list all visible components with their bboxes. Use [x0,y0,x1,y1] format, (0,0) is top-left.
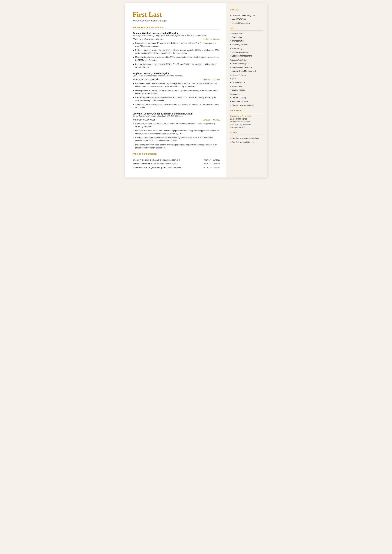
relevant-work-section: RELEVANT WORK EXPERIENCE Resume Worded, … [133,26,220,149]
skills-divider [230,30,263,31]
education-section: EDUCATION University of New York Bachelo… [230,110,263,129]
other-section: OTHER Certified Inventory Professional. … [230,132,263,144]
skill-logistics-management: Logistics Management [230,55,263,57]
job-block-2: Polyhire, London, United Kingdom NYSE-li… [133,72,220,109]
prev-job-dates-3: 07/2014 – 05/2015 [203,166,220,169]
prev-job-title-2: Material Controller, XYZ Company, New Yo… [133,162,178,165]
company-italic-2: NYSE-listed recruitment and employer bra… [133,75,220,77]
skill-oracle-reports: Oracle Reports [230,81,263,84]
skill-transportation: Transportation [230,40,263,42]
bullet-item: Introduced measures that cut inventory m… [133,82,220,88]
resume-page: First Last Warehouse Operations Manager … [125,3,267,177]
skill-crystal-reports: Crystal Reports [230,89,263,91]
job-bullets-2: Introduced measures that cut inventory m… [133,82,220,109]
skill-spanish: Spanish (Conversational) [230,104,263,107]
skill-warehouse-operations: Warehouse Operations [230,66,263,69]
skills-category-tools: Tools and Software: [230,74,263,77]
candidate-title: Warehouse Operations Manager [133,19,220,22]
bullet-item: Supervised the inventory levels, sales f… [133,103,220,109]
previous-experience-section: PREVIOUS EXPERIENCE Inventory Control Cl… [133,153,220,169]
job-bullets-3: Separated, labeled, and verified the cou… [133,122,220,149]
job-row-3: Warehouse Supervisor 06/2018 – 07/2019 [133,119,220,121]
contact-phone: +44 123456789 [230,18,263,21]
bullet-item: Increased company productivity by 79% in… [133,63,220,69]
prev-job-row-2: Material Controller, XYZ Company, New Yo… [133,162,220,165]
skill-purchasing: Purchasing [230,36,263,39]
job-block-3: Growthsi, London, United Kingdom & Barce… [133,112,220,149]
skill-ms-access: MS Access [230,85,263,88]
prev-job-row-1: Inventory Control Clerk, ABC Company, Lo… [133,159,220,161]
contact-section: CONTACT Coventry, United Kingdom +44 123… [230,9,263,24]
relevant-work-title: RELEVANT WORK EXPERIENCE [133,26,220,28]
bullet-item: Succeeded in managing 15 storage and dis… [133,42,220,48]
skill-romanian: Romanian (Native) [230,100,263,103]
contact-email: first.last@gmail.com [230,22,263,25]
edu-school: University of New York [230,115,263,117]
bullet-item: Created a process for receiving shipment… [133,96,220,102]
job-row-2: Inventory Control Specialist 08/2019 – 1… [133,78,220,81]
prev-job-title-3: Warehouse Worker (Internship), ABC, New … [133,166,182,169]
job-bullets-1: Succeeded in managing 15 storage and dis… [133,42,220,69]
company-italic-3: Career training and membership SaaS with… [133,115,220,117]
job-title-2: Inventory Control Specialist [133,78,160,81]
other-item-2: Certified Material Handler. [230,141,263,144]
edu-field: Business Administration [230,120,263,123]
bullet-item: Maintained an inventory accuracy of 88.9… [133,56,220,62]
skill-forecasting: Forecasting [230,47,263,50]
bullet-item: Identified and removed 32 non-functional… [133,129,220,135]
bullet-item: Enforced 15 safety regulations in the wa… [133,136,220,142]
skills-category-languages: Languages: [230,93,263,95]
bullet-item: Increased productivity north of 59% by g… [133,143,220,149]
edu-location: New York City, New York [230,123,263,126]
edu-dates: 10/2011 - 06/2014 [230,126,263,129]
previous-exp-title: PREVIOUS EXPERIENCE [133,153,220,155]
skills-section: SKILLS Technical Skills: Purchasing Tran… [230,27,263,107]
prev-job-title-1: Inventory Control Clerk, ABC Company, Lo… [133,159,180,161]
contact-title: CONTACT [230,9,263,11]
job-row-1: Warehouse Operations Manager 11/2021 – P… [133,38,220,40]
job-dates-2: 08/2019 – 10/2021 [203,78,220,81]
other-title: OTHER [230,132,263,133]
other-item-1: Certified Inventory Professional. [230,137,263,140]
company-italic-1: Beverage manaufactring company with 50+ … [133,35,220,37]
bullet-item: Reduced surplus inventory by establishin… [133,49,220,55]
job-dates-1: 11/2021 – Present [203,38,220,40]
skill-english: English (Native) [230,96,263,99]
job-block-1: Resume Worded, London, United Kingdom Be… [133,32,220,69]
prev-job-row-3: Warehouse Worker (Internship), ABC, New … [133,166,220,169]
contact-location: Coventry, United Kingdom [230,14,263,17]
bullet-item: Separated, labeled, and verified the cou… [133,122,220,128]
skill-supply-chain: Supply Chain Management [230,70,263,73]
prev-job-dates-2: 06/2016 – 05/2017 [203,162,220,165]
education-title: EDUCATION [230,110,263,112]
skills-category-industry: Industry Knowledge: [230,59,263,61]
sidebar-column: CONTACT Coventry, United Kingdom +44 123… [226,3,267,177]
skill-distribution-logistics: Distribution Logistics [230,62,263,65]
candidate-name: First Last [133,11,220,18]
company-name-2: Polyhire, London, United Kingdom [133,72,220,75]
skill-inventory-accuracy: Inventory Accuracy [230,51,263,54]
section-divider [133,29,220,30]
job-title-3: Warehouse Supervisor [133,119,155,121]
section-divider-prev [133,156,220,156]
company-name-3: Growthsi, London, United Kingdom & Barce… [133,112,220,115]
company-name-1: Resume Worded, London, United Kingdom [133,32,220,35]
skill-sap: SAP [230,77,263,80]
skill-inventory-analysis: Inventory Analysis [230,43,263,46]
skills-title: SKILLS [230,27,263,29]
main-column: First Last Warehouse Operations Manager … [125,3,226,177]
skills-category-technical: Technical Skills: [230,33,263,35]
job-title-1: Warehouse Operations Manager [133,38,165,40]
bullet-item: Developed five automated systems that tr… [133,89,220,95]
prev-job-dates-1: 06/2017 – 05/2018 [203,159,220,161]
edu-degree: Bachelor of Science [230,118,263,120]
job-dates-3: 06/2018 – 07/2019 [203,119,220,121]
education-divider [230,113,263,113]
